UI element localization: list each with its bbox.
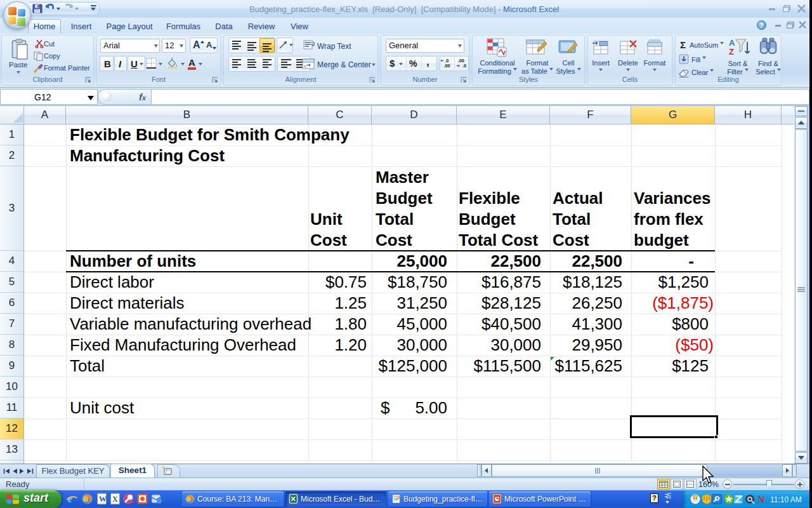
svg-text:X: X xyxy=(112,495,118,504)
svg-text:Z: Z xyxy=(729,47,734,57)
svg-text:A: A xyxy=(729,38,735,48)
svg-text:W: W xyxy=(99,495,107,504)
svg-text:e: e xyxy=(68,493,72,504)
svg-text:.00: .00 xyxy=(443,63,450,69)
svg-text:N: N xyxy=(757,494,765,504)
svg-text:.0: .0 xyxy=(462,63,466,69)
